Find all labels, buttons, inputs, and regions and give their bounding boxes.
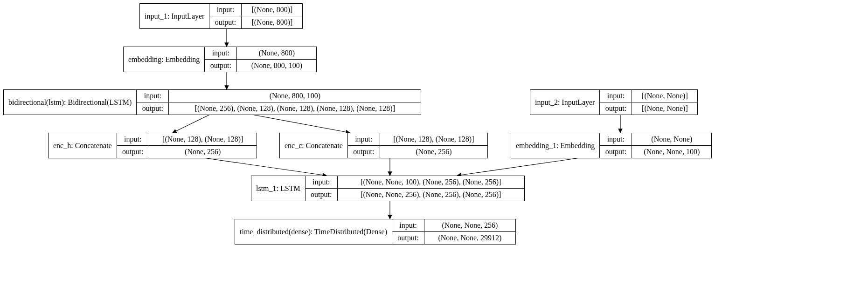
node-embedding-1-out: (None, None, 100) — [632, 146, 711, 158]
node-lstm-1-name: lstm_1: LSTM — [251, 176, 306, 201]
node-time-distributed-out: (None, None, 29912) — [424, 232, 515, 244]
node-embedding-1-in: (None, None) — [632, 133, 711, 145]
node-enc-c-in: [(None, 128), (None, 128)] — [380, 133, 487, 145]
node-input-1-name: input_1: InputLayer — [140, 4, 209, 28]
io-label-output: output: — [392, 232, 424, 244]
io-label-input: input: — [209, 4, 242, 16]
node-embedding-1-name: embedding_1: Embedding — [511, 133, 600, 158]
node-embedding-in: (None, 800) — [237, 47, 316, 59]
node-lstm-1: lstm_1: LSTM input: [(None, None, 100), … — [251, 176, 525, 201]
io-label-input: input: — [137, 90, 169, 102]
node-enc-c: enc_c: Concatenate input: [(None, 128), … — [279, 133, 488, 158]
node-enc-h-in: [(None, 128), (None, 128)] — [149, 133, 257, 145]
node-enc-c-name: enc_c: Concatenate — [280, 133, 348, 158]
node-embedding-1: embedding_1: Embedding input: (None, Non… — [511, 133, 712, 158]
node-embedding-name: embedding: Embedding — [124, 47, 205, 72]
io-label-input: input: — [392, 219, 424, 231]
io-label-input: input: — [117, 133, 149, 145]
edge-bilstm-ench — [173, 115, 210, 133]
io-label-output: output: — [137, 102, 169, 115]
io-label-output: output: — [205, 60, 237, 72]
io-label-output: output: — [117, 146, 149, 158]
node-time-distributed-in: (None, None, 256) — [424, 219, 515, 231]
node-lstm-1-out: [(None, None, 256), (None, 256), (None, … — [338, 189, 524, 201]
io-label-input: input: — [205, 47, 237, 59]
io-label-input: input: — [600, 90, 632, 102]
node-input-2-in: [(None, None)] — [632, 90, 697, 102]
node-time-distributed: time_distributed(dense): TimeDistributed… — [235, 219, 516, 244]
node-bilstm-in: (None, 800, 100) — [169, 90, 421, 102]
node-input-1-out: [(None, 800)] — [242, 16, 302, 28]
io-label-input: input: — [306, 176, 338, 188]
node-enc-h: enc_h: Concatenate input: [(None, 128), … — [48, 133, 257, 158]
node-bilstm-out: [(None, 256), (None, 128), (None, 128), … — [169, 102, 421, 115]
io-label-output: output: — [600, 146, 632, 158]
node-input-2-name: input_2: InputLayer — [530, 90, 600, 115]
io-label-output: output: — [209, 16, 242, 28]
node-bilstm-name: bidirectional(lstm): Bidirectional(LSTM) — [4, 90, 137, 115]
edge-ench-lstm1 — [201, 157, 326, 176]
node-input-2: input_2: InputLayer input: [(None, None)… — [530, 89, 698, 115]
node-embedding-out: (None, 800, 100) — [237, 60, 316, 72]
node-lstm-1-in: [(None, None, 100), (None, 256), (None, … — [338, 176, 524, 188]
node-enc-c-out: (None, 256) — [380, 146, 487, 158]
node-input-1: input_1: InputLayer input: [(None, 800)]… — [139, 3, 303, 29]
node-enc-h-name: enc_h: Concatenate — [49, 133, 117, 158]
io-label-input: input: — [600, 133, 632, 145]
node-input-1-in: [(None, 800)] — [242, 4, 302, 16]
edge-embedding1-lstm1 — [457, 157, 583, 176]
node-bilstm: bidirectional(lstm): Bidirectional(LSTM)… — [3, 89, 421, 115]
io-label-output: output: — [306, 189, 338, 201]
node-embedding: embedding: Embedding input: (None, 800) … — [123, 47, 317, 72]
io-label-output: output: — [600, 102, 632, 115]
node-input-2-out: [(None, None)] — [632, 102, 697, 115]
io-label-input: input: — [348, 133, 380, 145]
node-enc-h-out: (None, 256) — [149, 146, 257, 158]
edge-bilstm-encc — [252, 115, 350, 133]
io-label-output: output: — [348, 146, 380, 158]
node-time-distributed-name: time_distributed(dense): TimeDistributed… — [235, 219, 392, 244]
